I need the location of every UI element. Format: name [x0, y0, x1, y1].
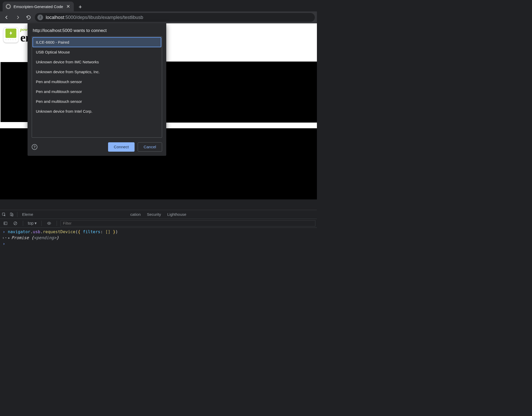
- devtools-panel: Eleme cation Security Lighthouse top▾ › …: [0, 210, 317, 248]
- svg-point-8: [49, 223, 50, 224]
- site-info-icon[interactable]: i: [37, 15, 43, 20]
- tab-security[interactable]: Security: [144, 210, 164, 219]
- tab-application-tail[interactable]: cation: [127, 210, 144, 219]
- tab-lighthouse[interactable]: Lighthouse: [164, 210, 189, 219]
- console-prompt-line[interactable]: ›: [0, 241, 317, 247]
- inspect-element-icon[interactable]: [0, 212, 8, 217]
- connect-button[interactable]: Connect: [108, 142, 135, 152]
- live-expression-icon[interactable]: [45, 221, 53, 225]
- reload-button[interactable]: [24, 13, 33, 22]
- device-item[interactable]: Unknown device from IMC Networks: [33, 57, 161, 67]
- browser-tab[interactable]: Emscripten-Generated Code ✕: [3, 2, 74, 11]
- dialog-footer: ? Connect Cancel: [32, 142, 162, 152]
- svg-line-7: [14, 222, 16, 224]
- close-tab-icon[interactable]: ✕: [66, 4, 71, 9]
- return-icon: ‹·: [2, 235, 6, 240]
- console-return-value: ▸Promise {<pending>}: [8, 235, 59, 240]
- device-item[interactable]: Pen and multitouch sensor: [33, 97, 161, 106]
- console-input-line[interactable]: › navigator.usb.requestDevice({ filters:…: [0, 229, 317, 235]
- device-list[interactable]: ILCE-6600 - Paired USB Optical Mouse Unk…: [32, 36, 162, 138]
- device-item[interactable]: USB Optical Mouse: [33, 47, 161, 57]
- forward-button[interactable]: [13, 13, 22, 22]
- device-toolbar-icon[interactable]: [8, 212, 16, 217]
- tab-title: Emscripten-Generated Code: [14, 4, 63, 9]
- console-filter-input[interactable]: [61, 220, 315, 226]
- device-item[interactable]: Pen and multitouch sensor: [33, 77, 161, 86]
- help-icon[interactable]: ?: [32, 144, 37, 150]
- svg-rect-4: [4, 222, 7, 225]
- dialog-title: http://localhost:5000 wants to connect: [33, 28, 162, 33]
- device-item[interactable]: Unknown device from Intel Corp.: [33, 106, 161, 116]
- cancel-button[interactable]: Cancel: [138, 142, 162, 152]
- emscripten-logo-icon: • • • • •: [3, 27, 19, 43]
- tab-strip: Emscripten-Generated Code ✕ +: [0, 0, 317, 11]
- prompt-icon: ›: [2, 241, 6, 246]
- back-button[interactable]: [2, 13, 11, 22]
- device-item[interactable]: Unknown device from Synaptics, Inc.: [33, 67, 161, 77]
- console-sidebar-toggle-icon[interactable]: [2, 221, 9, 225]
- prompt-icon: ›: [2, 229, 6, 234]
- console-toolbar: top▾: [0, 219, 317, 228]
- url-text: localhost:5000/deps/libusb/examples/test…: [46, 15, 143, 20]
- browser-toolbar: i localhost:5000/deps/libusb/examples/te…: [0, 11, 317, 23]
- address-bar[interactable]: i localhost:5000/deps/libusb/examples/te…: [35, 13, 315, 22]
- devtools-tabbar: Eleme cation Security Lighthouse: [0, 210, 317, 219]
- device-item[interactable]: ILCE-6600 - Paired: [33, 37, 161, 47]
- tab-elements[interactable]: Eleme: [19, 210, 36, 219]
- console-return-line[interactable]: ‹· ▸Promise {<pending>}: [0, 235, 317, 241]
- clear-console-icon[interactable]: [11, 221, 19, 225]
- execution-context-selector[interactable]: top▾: [27, 221, 38, 226]
- globe-icon: [6, 4, 11, 9]
- new-tab-button[interactable]: +: [76, 3, 85, 11]
- device-item[interactable]: Pen and multitouch sensor: [33, 87, 161, 96]
- console-output: › navigator.usb.requestDevice({ filters:…: [0, 228, 317, 248]
- webusb-device-chooser: http://localhost:5000 wants to connect I…: [28, 23, 166, 156]
- expand-triangle-icon[interactable]: ▸: [8, 235, 10, 240]
- console-code: navigator.usb.requestDevice({ filters: […: [8, 229, 118, 234]
